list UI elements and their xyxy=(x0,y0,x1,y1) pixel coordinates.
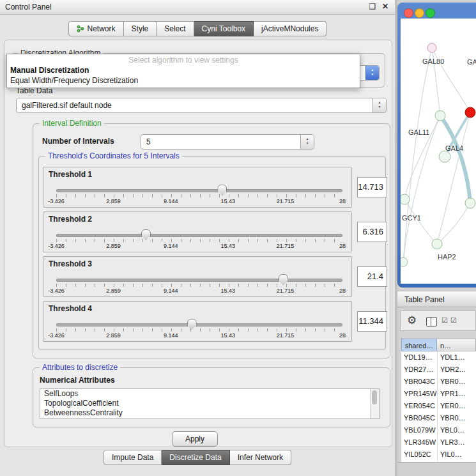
tab-style[interactable]: Style xyxy=(124,21,157,36)
threshold-2-slider[interactable]: -3.426 2.859 9.144 15.43 21.715 28 xyxy=(56,229,342,249)
list-item[interactable]: BetweennessCentrality xyxy=(40,408,379,418)
tick-label: 21.715 xyxy=(277,288,295,294)
tab-select[interactable]: Select xyxy=(157,21,194,36)
zoom-traffic-light-icon[interactable] xyxy=(426,8,435,18)
table-row[interactable]: YPR145W YPR1… xyxy=(401,388,476,400)
tab-impute-data[interactable]: Impute Data xyxy=(104,450,162,465)
table-data-combo[interactable]: galFiltered.sif default node ▲ ▼ xyxy=(16,98,387,113)
table-bottom-bar xyxy=(397,462,476,476)
tick-label: 21.715 xyxy=(277,198,295,204)
table-row[interactable]: YER054C YER0… xyxy=(401,400,476,412)
threshold-1-value-field[interactable]: 14.713 xyxy=(357,177,387,197)
threshold-4-slider[interactable]: -3.426 2.859 9.144 15.43 21.715 28 xyxy=(56,318,342,339)
cyni-toolbox-panel: Discretization Algorithm ▲ ▼ Table Data … xyxy=(4,40,392,447)
columns-icon[interactable] xyxy=(426,317,437,326)
table-row[interactable]: YBL079W YBL0… xyxy=(401,424,476,436)
node-table[interactable]: YDL19… YDL1… YDR27… YDR2… YBR043C YBR0… … xyxy=(401,351,476,462)
combo-stepper-icon[interactable]: ▲ ▼ xyxy=(300,135,314,149)
thresholds-group-title: Threshold's Coordinates for 5 Intervals xyxy=(45,151,182,160)
tab-select-label: Select xyxy=(164,22,185,36)
dropdown-hint[interactable]: Select algorithm to view settings xyxy=(7,55,360,65)
slider-track[interactable] xyxy=(56,189,342,192)
tab-style-label: Style xyxy=(132,22,149,36)
selected-red-node[interactable] xyxy=(465,107,475,118)
close-window-icon[interactable]: ✕ xyxy=(381,2,390,11)
list-item[interactable]: SelfLoops xyxy=(40,389,379,399)
tab-discretize-data[interactable]: Discretize Data xyxy=(162,450,229,465)
slider-track[interactable] xyxy=(56,323,342,326)
table-row[interactable]: YDR27… YDR2… xyxy=(401,364,476,376)
attributes-group: Attributes to discretize Numerical Attri… xyxy=(33,367,390,427)
checkbox-icon[interactable]: ☑ xyxy=(450,316,457,325)
threshold-3-value-field[interactable]: 21.4 xyxy=(357,266,387,287)
tab-jactivemnodules-label: jActiveMNodules xyxy=(261,22,318,36)
table-row[interactable]: YBR045C YBR0… xyxy=(401,412,476,424)
slider-track[interactable] xyxy=(56,234,342,237)
column-header-shared-name[interactable]: shared… xyxy=(401,339,437,351)
network-node[interactable] xyxy=(432,239,442,249)
threshold-3-panel: Threshold 3 -3.426 2.859 9.144 15.43 21.… xyxy=(43,256,352,297)
slider-track[interactable] xyxy=(56,279,342,282)
threshold-4-value-field[interactable]: 11.344 xyxy=(357,311,387,332)
combo-up-arrow-icon: ▲ xyxy=(301,137,314,141)
close-traffic-light-icon[interactable] xyxy=(404,8,413,18)
dropdown-option-equal-width[interactable]: Equal Width/Frequency Discretization xyxy=(7,75,360,86)
threshold-3-slider[interactable]: -3.426 2.859 9.144 15.43 21.715 28 xyxy=(56,273,342,294)
tab-infer-network[interactable]: Infer Network xyxy=(230,450,291,465)
cell: YPR1… xyxy=(440,388,466,400)
list-item[interactable]: TopologicalCoefficient xyxy=(40,399,379,408)
checkbox-icon[interactable]: ☑ xyxy=(441,316,448,325)
node-label: GA xyxy=(467,58,476,66)
node-label: GAL80 xyxy=(422,58,444,65)
threshold-1-label: Threshold 1 xyxy=(49,170,92,179)
tab-discretize-data-label: Discretize Data xyxy=(169,450,221,464)
tick-label: 15.43 xyxy=(221,198,236,204)
numerical-attributes-list[interactable]: SelfLoops TopologicalCoefficient Between… xyxy=(40,388,380,419)
threshold-1-slider[interactable]: -3.426 2.859 9.144 15.43 21.715 28 xyxy=(56,184,342,204)
node-label: HAP2 xyxy=(438,253,456,261)
network-node[interactable] xyxy=(465,198,475,208)
table-row[interactable]: YDL19… YDL1… xyxy=(401,351,476,364)
tick-label: 15.43 xyxy=(221,243,236,249)
interval-definition-title: Interval Definition xyxy=(40,119,104,128)
tab-network[interactable]: Network xyxy=(68,21,124,36)
cell: YLR3… xyxy=(440,436,465,449)
combo-stepper-icon[interactable]: ▲ ▼ xyxy=(372,98,386,112)
combo-stepper-icon[interactable]: ▲ ▼ xyxy=(365,66,379,80)
minimize-traffic-light-icon[interactable] xyxy=(415,8,424,18)
dropdown-option-manual-discretization[interactable]: Manual Discretization xyxy=(7,65,360,75)
network-canvas[interactable]: GAL80 GA GAL11 GAL4 GCY1 HAP2 xyxy=(401,19,476,284)
cyni-bottom-tabs: Impute Data Discretize Data Infer Networ… xyxy=(0,450,395,465)
tick-label: 9.144 xyxy=(164,332,178,339)
tab-jactivemnodules[interactable]: jActiveMNodules xyxy=(254,21,326,36)
cell: YLR345W xyxy=(404,436,436,449)
network-node[interactable] xyxy=(401,257,408,266)
control-panel-titlebar: Control Panel ❑ ✕ xyxy=(0,0,395,15)
number-of-intervals-combo[interactable]: 5 ▲ ▼ xyxy=(141,134,314,150)
slider-ticks xyxy=(56,328,342,332)
threshold-2-value-field[interactable]: 6.316 xyxy=(357,222,387,242)
tab-cyni-toolbox[interactable]: Cyni Toolbox xyxy=(194,21,254,36)
control-panel-window: Control Panel ❑ ✕ Network Style Select C… xyxy=(0,0,395,476)
tick-label: 9.144 xyxy=(164,243,178,249)
table-row[interactable]: YLR345W YLR3… xyxy=(401,436,476,449)
scrollbar-thumb[interactable] xyxy=(372,390,377,404)
table-row[interactable]: YBR043C YBR0… xyxy=(401,376,476,388)
network-view-window[interactable]: GAL80 GA GAL11 GAL4 GCY1 HAP2 xyxy=(397,3,476,288)
gear-icon[interactable]: ⚙ xyxy=(407,314,417,327)
control-panel-tabs: Network Style Select Cyni Toolbox jActiv… xyxy=(0,21,395,36)
table-row[interactable]: YIL052C YIL0… xyxy=(401,449,476,461)
column-header-name[interactable]: n… xyxy=(437,339,476,351)
tab-network-label: Network xyxy=(88,22,116,36)
attributes-group-title: Attributes to discretize xyxy=(40,363,120,372)
list-scrollbar[interactable] xyxy=(370,389,379,418)
float-window-icon[interactable]: ❑ xyxy=(368,2,377,11)
cell: YDL19… xyxy=(404,351,433,364)
network-node[interactable] xyxy=(427,43,436,52)
cell: YBR0… xyxy=(440,412,466,424)
network-node[interactable] xyxy=(401,194,410,204)
network-node[interactable] xyxy=(435,111,445,121)
network-node[interactable] xyxy=(439,151,450,162)
apply-button[interactable]: Apply xyxy=(172,431,218,447)
slider-ticks xyxy=(56,194,342,197)
